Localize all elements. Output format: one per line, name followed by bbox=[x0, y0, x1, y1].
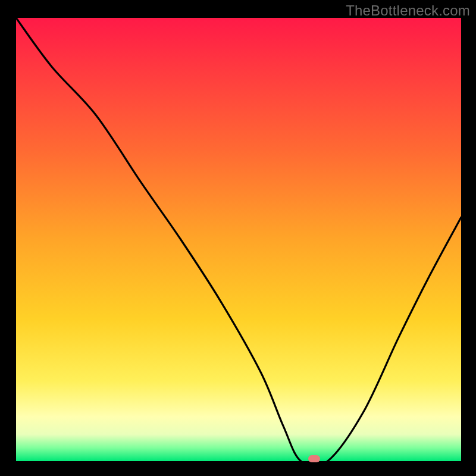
optimal-marker bbox=[308, 455, 320, 462]
plot-area bbox=[16, 18, 461, 461]
chart-frame: TheBottleneck.com bbox=[0, 0, 476, 476]
bottleneck-curve bbox=[16, 18, 461, 461]
watermark-text: TheBottleneck.com bbox=[346, 2, 470, 19]
